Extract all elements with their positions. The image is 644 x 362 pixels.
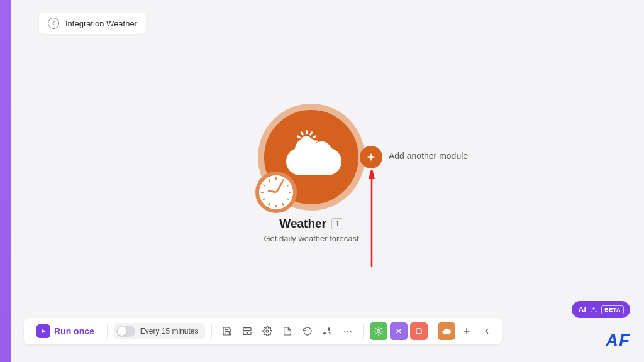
add-module-label: Add another module <box>389 151 468 161</box>
schedule-label: Every 15 minutes <box>140 327 199 336</box>
svg-rect-5 <box>243 328 251 331</box>
add-module-button[interactable] <box>360 146 382 168</box>
schedule-toggle[interactable]: Every 15 minutes <box>114 323 205 339</box>
svg-marker-4 <box>42 329 46 334</box>
play-icon <box>36 324 50 338</box>
app-sidebar-strip <box>0 0 11 362</box>
svg-point-11 <box>350 331 351 332</box>
divider <box>211 324 212 339</box>
back-icon[interactable] <box>48 18 59 29</box>
magic-icon[interactable] <box>319 322 336 340</box>
ai-assistant-button[interactable]: AI BETA <box>572 301 630 318</box>
tool-red-icon[interactable] <box>410 322 428 340</box>
divider <box>107 324 108 339</box>
weather-icon <box>280 135 343 179</box>
tool-green-icon[interactable] <box>370 322 387 340</box>
svg-point-9 <box>344 331 345 332</box>
breadcrumb[interactable]: Integration Weather <box>39 13 146 34</box>
annotation-arrow <box>369 170 382 270</box>
module-subtitle: Get daily weather forecast <box>239 234 384 243</box>
beta-badge: BETA <box>601 305 624 314</box>
layout-icon[interactable] <box>238 322 256 340</box>
divider <box>363 324 364 339</box>
svg-rect-13 <box>416 329 421 334</box>
run-once-button[interactable]: Run once <box>30 322 101 341</box>
breadcrumb-label: Integration Weather <box>65 19 137 28</box>
svg-point-12 <box>377 330 380 333</box>
module-node-weather[interactable] <box>258 104 365 211</box>
tool-orange-icon[interactable] <box>438 322 455 340</box>
clock-icon <box>255 172 297 213</box>
svg-rect-6 <box>243 332 247 334</box>
tool-purple-icon[interactable] <box>390 322 408 340</box>
bottom-toolbar: Run once Every 15 minutes <box>24 318 502 344</box>
svg-point-10 <box>347 331 348 332</box>
module-title: Weather <box>279 217 326 231</box>
svg-point-8 <box>266 330 269 332</box>
toggle-switch[interactable] <box>116 326 135 337</box>
chevron-left-icon[interactable] <box>478 322 496 340</box>
brand-logo: AF <box>606 331 630 351</box>
run-once-label: Run once <box>54 326 94 336</box>
save-icon[interactable] <box>218 322 236 340</box>
settings-icon[interactable] <box>258 322 276 340</box>
svg-rect-7 <box>247 332 250 334</box>
ai-label: AI <box>578 305 586 314</box>
plus-icon[interactable] <box>458 322 475 340</box>
sparkle-icon <box>590 306 597 314</box>
module-circle <box>258 104 365 211</box>
module-title-row: Weather 1 <box>258 217 365 231</box>
undo-icon[interactable] <box>299 322 316 340</box>
note-icon[interactable] <box>279 322 296 340</box>
module-count-badge: 1 <box>331 218 343 229</box>
more-icon[interactable] <box>339 322 357 340</box>
